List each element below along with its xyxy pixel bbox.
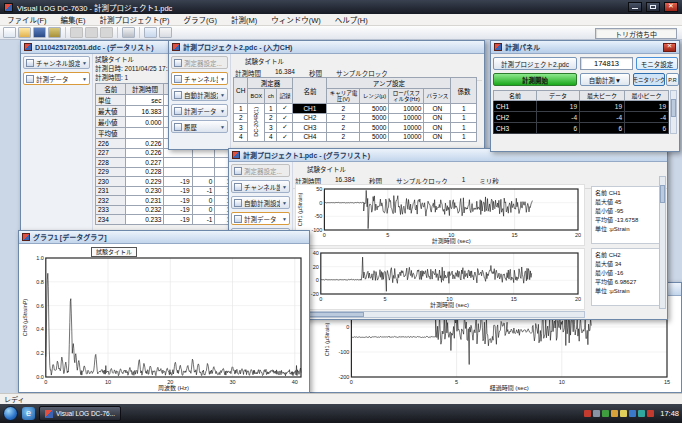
close-icon[interactable] <box>664 2 678 12</box>
start-measure-button[interactable]: 計測開始 <box>493 73 577 86</box>
sidebar-button-auto-measure[interactable]: 自動計測設定▼ <box>171 88 228 101</box>
tray-icon[interactable] <box>629 410 636 417</box>
toolbar: トリガ待ち中 <box>0 26 682 40</box>
document-icon <box>172 43 180 51</box>
tray-icon[interactable] <box>602 410 609 417</box>
task-button[interactable]: Visual LOG DC-76... <box>39 406 121 421</box>
channel-name-cell[interactable]: CH2 <box>293 113 327 123</box>
svg-text:5: 5 <box>384 296 387 302</box>
table-row: CH2-4-4-4 <box>494 112 669 123</box>
svg-text:15: 15 <box>512 232 518 238</box>
svg-text:0: 0 <box>346 324 349 330</box>
monitoring-button[interactable]: モニタリング <box>633 73 665 86</box>
svg-text:-200: -200 <box>338 374 349 380</box>
sidebar-button-measure-data[interactable]: 計測データ▼ <box>23 72 90 85</box>
table-row: CH3666 <box>494 123 669 134</box>
save-icon[interactable] <box>33 27 46 38</box>
text-line: 最小値 -95 <box>595 207 657 216</box>
tray-icon[interactable] <box>611 410 618 417</box>
svg-text:20: 20 <box>575 296 581 302</box>
svg-text:経過時間 (sec): 経過時間 (sec) <box>490 384 529 392</box>
sidebar-button-device-settings[interactable]: 測定器設定... <box>231 164 290 177</box>
svg-text:0: 0 <box>319 200 322 206</box>
tray-icon[interactable] <box>584 410 591 417</box>
browser-icon[interactable]: e <box>22 407 35 420</box>
sidebar-button-measure-data[interactable]: 計測データ▼ <box>231 212 290 225</box>
tray-icon[interactable] <box>620 410 627 417</box>
menu-item-4[interactable]: 計測(M) <box>224 14 264 25</box>
start-button-icon[interactable] <box>3 406 18 421</box>
toolbar-icons <box>3 27 172 38</box>
menu-item-3[interactable]: グラフ(G) <box>177 14 224 25</box>
sidebar-button-auto-measure[interactable]: 自動計測設定▼ <box>231 196 290 209</box>
channel-name-cell[interactable]: CH1 <box>293 104 327 114</box>
monitor-settings-button[interactable]: モニタ設定 <box>636 57 678 70</box>
fft-chart: 0102030400.00.20.40.60.81.0CH3 (μStrainP… <box>21 254 307 392</box>
print-icon[interactable] <box>122 27 135 38</box>
lock-icon[interactable] <box>48 27 61 38</box>
window-inputch-titlebar[interactable]: 計測プロジェクト2.pdc - (入力CH) <box>169 41 484 54</box>
history-icon <box>174 123 182 131</box>
cut-icon[interactable] <box>70 27 83 38</box>
dropdown-arrow-icon: ▼ <box>82 60 87 66</box>
sidebar-button-channel-settings[interactable]: チャンネル設定▼ <box>231 180 290 193</box>
svg-text:-20: -20 <box>311 291 319 297</box>
table-row: 33✓CH32500010000ON1 <box>234 123 477 133</box>
table-row: 2290.228 <box>96 167 237 177</box>
tray-icon[interactable] <box>647 410 654 417</box>
paste-icon[interactable] <box>100 27 113 38</box>
statusbar: レディ <box>0 393 682 404</box>
tray-icon[interactable] <box>638 410 645 417</box>
sidebar-button-history[interactable]: 履歴▼ <box>171 120 228 133</box>
svg-text:1.0: 1.0 <box>36 255 44 261</box>
close-icon[interactable] <box>663 43 676 52</box>
svg-text:0.8: 0.8 <box>36 279 44 285</box>
channel-name-cell[interactable]: CH3 <box>293 123 327 133</box>
copy-icon[interactable] <box>85 27 98 38</box>
new-icon[interactable] <box>3 27 16 38</box>
maximize-icon[interactable] <box>646 2 660 12</box>
sidebar-button-channel-settings[interactable]: チャンネル設定▼ <box>171 72 228 85</box>
sidebar-button-channel-settings[interactable]: チャンネル設定▼ <box>23 56 90 69</box>
device-settings-icon <box>234 167 242 175</box>
menu-item-0[interactable]: ファイル(F) <box>0 14 54 25</box>
menu-item-6[interactable]: ヘルプ(H) <box>328 14 375 25</box>
svg-text:計測時間 (sec): 計測時間 (sec) <box>430 301 469 309</box>
minimize-icon[interactable] <box>628 2 642 12</box>
auto-measure-button[interactable]: 自動計測▼ <box>580 73 630 86</box>
svg-text:0: 0 <box>316 277 319 283</box>
app-titlebar[interactable]: Visual LOG DC-7630 - 計測プロジェクト1.pdc <box>0 0 682 14</box>
svg-text:40: 40 <box>292 379 298 385</box>
sidebar-button-measure-data[interactable]: 計測データ▼ <box>171 104 228 117</box>
window-icon[interactable] <box>144 27 157 38</box>
measure-panel-titlebar[interactable]: 計測パネル <box>491 41 679 54</box>
svg-text:0.2: 0.2 <box>36 350 44 356</box>
dropdown-arrow-icon: ▼ <box>82 76 87 82</box>
text-line: 名前 CH2 <box>595 251 657 260</box>
menu-item-1[interactable]: 編集(E) <box>54 14 93 25</box>
tray-icon[interactable] <box>593 410 600 417</box>
svg-text:10: 10 <box>105 379 111 385</box>
table-row: CH1191919 <box>494 101 669 112</box>
device-settings-icon <box>174 59 182 67</box>
window-graph1-titlebar[interactable]: グラフ1 [データグラフ] <box>19 231 309 244</box>
menu-item-5[interactable]: ウィンドウ(W) <box>264 14 328 25</box>
panel-scrollbar[interactable] <box>670 90 677 134</box>
horizontal-scrollbar[interactable] <box>295 311 585 318</box>
text-line: 単位 :μStrain <box>595 225 657 234</box>
menu-item-2[interactable]: 計測プロジェクト(P) <box>93 14 177 25</box>
sidebar-button-label: チャンネル設定 <box>184 74 218 84</box>
channel-name-cell[interactable]: CH4 <box>293 132 327 142</box>
project-button[interactable]: 計測プロジェクト2.pdc <box>493 57 577 70</box>
text-line: 平均値 6.98627 <box>595 278 657 287</box>
table-row: 2300.229-19014 <box>96 177 237 187</box>
taskbar: e Visual LOG DC-76... 17:48 <box>0 404 682 423</box>
svg-text:40: 40 <box>313 250 319 256</box>
open-icon[interactable] <box>18 27 31 38</box>
measure-panel-table: 名前データ最大ピーク最小ピークCH1191919CH2-4-4-4CH3666 <box>493 90 669 134</box>
layout-icon[interactable] <box>159 27 172 38</box>
pr-button[interactable]: P.R <box>666 73 679 86</box>
vertical-scrollbar[interactable] <box>659 176 666 309</box>
sidebar-button-device-settings[interactable]: 測定器設定... <box>171 56 228 69</box>
window-inputch: 計測プロジェクト2.pdc - (入力CH) 測定器設定...チャンネル設定▼自… <box>168 40 485 150</box>
